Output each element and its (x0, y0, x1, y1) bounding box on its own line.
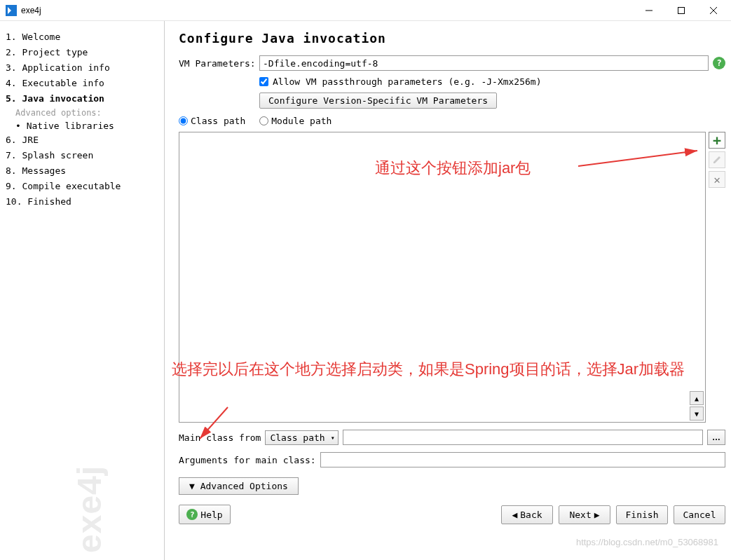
nav-splash[interactable]: 7. Splash screen (6, 148, 158, 163)
nav-project-type[interactable]: 2. Project type (6, 45, 158, 60)
svg-rect-1 (678, 7, 685, 13)
help-icon: ? (186, 509, 198, 520)
nav-messages[interactable]: 8. Messages (6, 163, 158, 179)
scroll-down-icon[interactable]: ▼ (690, 407, 704, 421)
back-button[interactable]: ◀ Back (501, 505, 553, 524)
nav-java-invocation[interactable]: 5. Java invocation (6, 91, 158, 107)
advanced-options-button[interactable]: ▼ Advanced Options (179, 477, 299, 495)
remove-button: ✕ (709, 171, 725, 188)
help-icon[interactable]: ? (713, 57, 725, 69)
finish-button[interactable]: Finish (616, 505, 668, 524)
main-class-select[interactable]: Class path ▾ (265, 430, 338, 445)
edit-button (709, 151, 725, 168)
nav-native-libraries[interactable]: • Native libraries (6, 119, 158, 132)
vm-params-input[interactable] (259, 55, 709, 71)
chevron-down-icon: ▾ (331, 434, 335, 442)
nav-app-info[interactable]: 3. Application info (6, 60, 158, 76)
minimize-button[interactable] (633, 0, 665, 21)
nav-jre[interactable]: 6. JRE (6, 132, 158, 148)
radio-classpath[interactable]: Class path (179, 116, 245, 126)
maximize-button[interactable] (665, 0, 697, 21)
nav-compile[interactable]: 9. Compile executable (6, 179, 158, 194)
config-version-button[interactable]: Configure Version-Specific VM Parameters (259, 93, 497, 109)
wizard-sidebar: 1. Welcome 2. Project type 3. Applicatio… (0, 21, 164, 560)
radio-modulepath[interactable]: Module path (259, 116, 332, 126)
next-button[interactable]: Next ▶ (559, 505, 610, 524)
cancel-button[interactable]: Cancel (674, 505, 725, 524)
sidebar-watermark: exe4j (70, 465, 109, 553)
allow-passthrough-checkbox[interactable] (259, 77, 268, 86)
window-title: exe4j (21, 6, 633, 15)
help-button[interactable]: ? Help (179, 505, 231, 524)
nav-finished[interactable]: 10. Finished (6, 194, 158, 210)
page-title: Configure Java invocation (179, 31, 725, 46)
args-label: Arguments for main class: (179, 455, 316, 465)
allow-passthrough-label: Allow VM passthrough parameters (e.g. -J… (273, 76, 542, 87)
close-button[interactable] (697, 0, 730, 21)
add-jar-button[interactable]: + (709, 132, 725, 149)
window-controls (633, 0, 730, 21)
nav-welcome[interactable]: 1. Welcome (6, 29, 158, 45)
content-pane: Configure Java invocation VM Parameters:… (164, 21, 731, 560)
nav-advanced-label: Advanced options: (6, 107, 158, 119)
classpath-list[interactable]: ▲ ▼ (179, 132, 706, 423)
scroll-up-icon[interactable]: ▲ (690, 391, 704, 405)
vm-params-label: VM Parameters: (179, 58, 259, 69)
browse-main-class-button[interactable]: … (707, 430, 725, 445)
app-icon (6, 5, 17, 16)
window-titlebar: exe4j (0, 0, 731, 21)
main-class-input[interactable] (343, 430, 703, 445)
main-class-label: Main class from (179, 432, 261, 443)
url-watermark: https://blog.csdn.net/m0_53068981 (576, 537, 718, 547)
args-input[interactable] (320, 452, 725, 467)
nav-executable-info[interactable]: 4. Executable info (6, 76, 158, 91)
